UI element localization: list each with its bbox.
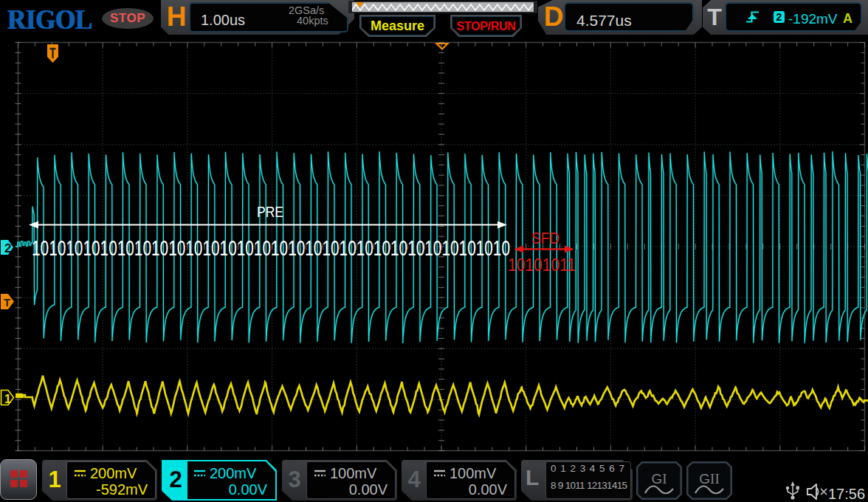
- svg-text:1: 1: [4, 393, 11, 405]
- svg-text:2: 2: [4, 241, 11, 255]
- svg-text:SFD: SFD: [531, 229, 559, 247]
- svg-text:8 9 1011 12131415: 8 9 1011 12131415: [551, 480, 627, 491]
- svg-text:0 1 2 3 4 5 6 7: 0 1 2 3 4 5 6 7: [551, 463, 624, 474]
- svg-text:PRE: PRE: [257, 203, 283, 220]
- svg-text:101010101010101010101010101010: 1010101010101010101010101010101010101010…: [32, 235, 510, 260]
- svg-text:10101011: 10101011: [508, 255, 576, 275]
- svg-text:T: T: [4, 296, 10, 309]
